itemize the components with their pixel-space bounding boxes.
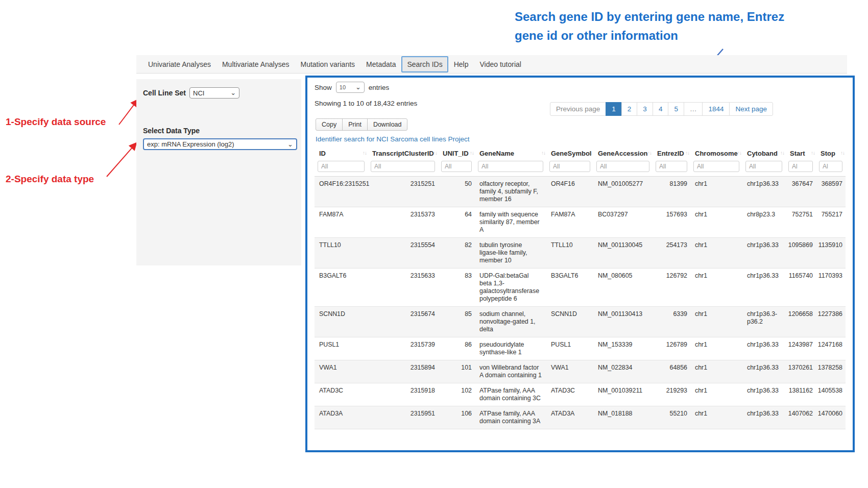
cell-stop: 1378258 <box>816 360 846 383</box>
filter-cell <box>475 160 546 177</box>
filter-input-genesymbol[interactable] <box>549 161 590 172</box>
cell-unit-id: 102 <box>438 383 475 406</box>
filter-input-transcriptclusterid[interactable] <box>371 161 435 172</box>
column-header-transcriptclusterid[interactable]: TranscriptClusterID↑↓ <box>368 146 438 160</box>
pagination-page-1844[interactable]: 1844 <box>702 102 730 116</box>
print-button[interactable]: Print <box>342 118 368 131</box>
cell-genename: UDP-Gal:betaGal beta 1,3-galactosyltrans… <box>475 269 546 307</box>
cell-start: 1243987 <box>785 337 816 360</box>
column-header-genesymbol[interactable]: GeneSymbol↑↓ <box>546 146 593 160</box>
copy-button[interactable]: Copy <box>316 118 343 131</box>
tab-mutation-variants[interactable]: Mutation variants <box>295 56 360 72</box>
filter-input-start[interactable] <box>788 161 813 172</box>
column-header-unit-id[interactable]: UNIT_ID↑↓ <box>438 146 475 160</box>
column-header-cytoband[interactable]: Cytoband↑↓ <box>742 146 785 160</box>
download-button[interactable]: Download <box>367 118 408 131</box>
column-header-label: Chromosome <box>695 150 738 157</box>
cell-start: 1095869 <box>785 238 816 269</box>
column-header-stop[interactable]: Stop↑↓ <box>816 146 846 160</box>
sort-icon: ↑↓ <box>780 150 784 156</box>
chevron-down-icon: ⌄ <box>230 90 236 95</box>
filter-input-genename[interactable] <box>478 161 543 172</box>
table-row: B3GALT6231563383UDP-Gal:betaGal beta 1,3… <box>315 269 846 307</box>
cell-line-set-select[interactable]: NCI ⌄ <box>189 87 239 99</box>
cell-chromosome: chr1 <box>690 406 742 429</box>
cell-unit-id: 101 <box>438 360 475 383</box>
filter-input-entrezid[interactable] <box>656 161 687 172</box>
cell-chromosome: chr1 <box>690 383 742 406</box>
pagination-page-1[interactable]: 1 <box>606 102 622 116</box>
cell-chromosome: chr1 <box>690 177 742 207</box>
column-header-genename[interactable]: GeneName↑↓ <box>475 146 546 160</box>
tab-univariate-analyses[interactable]: Univariate Analyses <box>142 56 216 72</box>
column-header-geneaccession[interactable]: GeneAccession↑↓ <box>593 146 653 160</box>
cell-stop: 1247168 <box>816 337 846 360</box>
column-header-start[interactable]: Start↑↓ <box>785 146 816 160</box>
pagination-prev-button[interactable]: Previous page <box>550 102 606 116</box>
cell-entrezid: 81399 <box>653 177 690 207</box>
cell-id: VWA1 <box>315 360 368 383</box>
tab-multivariate-analyses[interactable]: Multivariate Analyses <box>216 56 295 72</box>
cell-cytoband: chr1p36.33 <box>742 177 785 207</box>
sort-icon: ↑↓ <box>363 150 367 156</box>
sort-icon: ↑↓ <box>433 150 437 156</box>
column-header-chromosome[interactable]: Chromosome↑↓ <box>690 146 742 160</box>
cell-geneaccession: NM_153339 <box>593 337 653 360</box>
cell-genesymbol: FAM87A <box>546 207 593 238</box>
cell-genesymbol: TTLL10 <box>546 238 593 269</box>
annotation-search-note-line1: Search gene ID by entering gene name, En… <box>515 7 784 26</box>
column-header-entrezid[interactable]: EntrezID↑↓ <box>653 146 690 160</box>
sort-icon: ↑↓ <box>470 150 474 156</box>
cell-line-set-value: NCI <box>193 89 204 97</box>
column-header-label: Start <box>790 150 805 157</box>
sort-icon: ↑↓ <box>840 150 845 156</box>
cell-line-set-row: Cell Line Set NCI ⌄ <box>143 87 295 99</box>
sort-icon: ↑↓ <box>811 150 815 156</box>
cell-start: 1381162 <box>785 383 816 406</box>
filter-input-cytoband[interactable] <box>745 161 782 172</box>
gene-table: ID↑↓TranscriptClusterID↑↓UNIT_ID↑↓GeneNa… <box>315 146 846 429</box>
cell-stop: 1470060 <box>816 406 846 429</box>
pagination-page-3[interactable]: 3 <box>637 102 653 116</box>
cell-transcriptclusterid: 2315739 <box>368 337 438 360</box>
cell-transcriptclusterid: 2315674 <box>368 307 438 337</box>
identifier-search-link[interactable]: Identifier search for NCI Sarcoma cell l… <box>316 135 470 143</box>
cell-start: 1370261 <box>785 360 816 383</box>
cell-geneaccession: NM_080605 <box>593 269 653 307</box>
tab-help[interactable]: Help <box>448 56 474 72</box>
filter-input-geneaccession[interactable] <box>596 161 649 172</box>
sort-icon: ↑↓ <box>685 150 689 156</box>
search-ids-panel: Show 10 ⌄ entries Showing 1 to 10 of 18,… <box>305 76 855 452</box>
cell-start: 1165740 <box>785 269 816 307</box>
cell-stop: 1170393 <box>816 269 846 307</box>
filter-input-id[interactable] <box>318 161 365 172</box>
cell-genename: olfactory receptor, family 4, subfamily … <box>475 177 546 207</box>
data-type-label: Select Data Type <box>143 127 295 135</box>
pagination-page-4[interactable]: 4 <box>653 102 669 116</box>
pagination-page-2[interactable]: 2 <box>621 102 638 116</box>
cell-genesymbol: PUSL1 <box>546 337 593 360</box>
pagination-next-button[interactable]: Next page <box>729 102 773 116</box>
pagination-page-5[interactable]: 5 <box>668 102 684 116</box>
cell-chromosome: chr1 <box>690 238 742 269</box>
tab-video-tutorial[interactable]: Video tutorial <box>474 56 527 72</box>
table-row: FAM87A231537364family with sequence simi… <box>315 207 846 238</box>
filter-cell <box>368 160 438 177</box>
filter-input-stop[interactable] <box>819 161 842 172</box>
data-type-select[interactable]: exp: mRNA Expression (log2) ⌄ <box>143 138 297 150</box>
tab-metadata[interactable]: Metadata <box>360 56 401 72</box>
filter-input-chromosome[interactable] <box>693 161 739 172</box>
page-length-select[interactable]: 10 ⌄ <box>336 82 365 93</box>
cell-entrezid: 55210 <box>653 406 690 429</box>
cell-stop: 1227386 <box>816 307 846 337</box>
table-row: ATAD3C2315918102ATPase family, AAA domai… <box>315 383 846 406</box>
cell-stop: 1135910 <box>816 238 846 269</box>
column-header-id[interactable]: ID↑↓ <box>315 146 368 160</box>
entries-label: entries <box>369 84 390 91</box>
filter-input-unit-id[interactable] <box>441 161 472 172</box>
cell-genesymbol: ATAD3C <box>546 383 593 406</box>
top-nav: Univariate AnalysesMultivariate Analyses… <box>136 55 847 74</box>
cell-cytoband: chr8p23.3 <box>742 207 785 238</box>
tab-search-ids[interactable]: Search IDs <box>401 56 448 72</box>
cell-cytoband: chr1p36.33 <box>742 383 785 406</box>
